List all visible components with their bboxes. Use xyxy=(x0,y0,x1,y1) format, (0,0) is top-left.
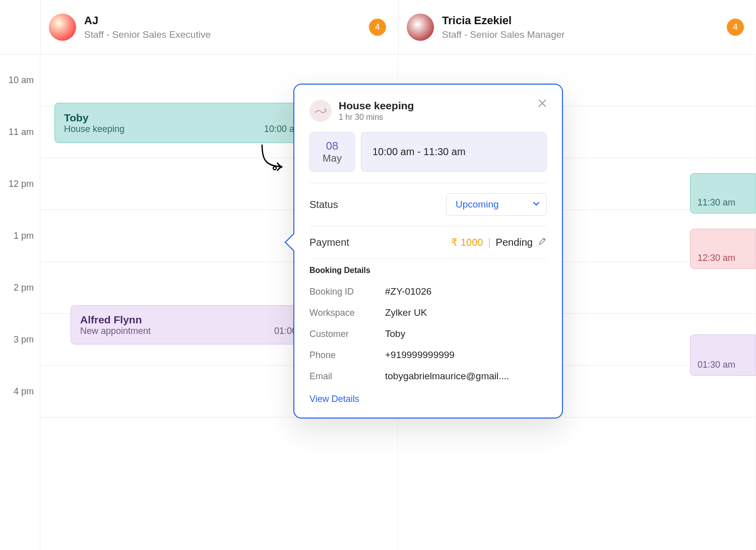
staff-role: Staff - Senior Sales Manager xyxy=(442,29,727,40)
staff-name: AJ xyxy=(84,14,369,27)
date-day: 08 xyxy=(326,140,338,153)
event-subtitle: House keeping xyxy=(64,124,124,134)
payment-info: ₹ 1000 | Pending xyxy=(451,236,547,248)
detail-value: #ZY-01026 xyxy=(385,286,431,297)
event-subtitle: New appointment xyxy=(80,326,151,336)
hour-label: 11 am xyxy=(0,106,40,158)
popover-title-block: House keeping 1 hr 30 mins xyxy=(339,100,414,122)
edit-icon[interactable] xyxy=(538,237,547,248)
staff-headers: AJ Staff - Senior Sales Executive 4 Tric… xyxy=(0,0,756,54)
status-value: Upcoming xyxy=(456,199,499,210)
staff-role: Staff - Senior Sales Executive xyxy=(84,29,369,40)
gutter-header xyxy=(0,0,40,54)
detail-key: Booking ID xyxy=(309,287,385,297)
event-partial-pink[interactable]: 12:30 am xyxy=(690,229,755,269)
date-time-row: 08 May 10:00 am - 11:30 am xyxy=(309,132,547,172)
popover-header: House keeping 1 hr 30 mins xyxy=(309,100,547,122)
time-gutter: 10 am 11 am 12 pm 1 pm 2 pm 3 pm 4 pm xyxy=(0,54,40,550)
staff-header-tricia[interactable]: Tricia Ezekiel Staff - Senior Sales Mana… xyxy=(398,0,756,54)
popover-duration: 1 hr 30 mins xyxy=(339,113,414,122)
detail-value: +919999999999 xyxy=(385,350,455,361)
popover-title: House keeping xyxy=(339,100,414,112)
staff-header-aj[interactable]: AJ Staff - Senior Sales Executive 4 xyxy=(40,0,398,54)
detail-value: Toby xyxy=(385,328,405,339)
hour-label: 12 pm xyxy=(0,158,40,210)
avatar xyxy=(49,14,76,41)
status-select[interactable]: Upcoming xyxy=(446,193,547,216)
detail-row-booking-id: Booking ID #ZY-01026 xyxy=(309,281,547,302)
event-time: 01:30 am xyxy=(698,360,751,370)
chevron-down-icon xyxy=(532,199,540,210)
hour-label: 3 pm xyxy=(0,314,40,366)
time-range: 10:00 am - 11:30 am xyxy=(372,146,466,158)
payment-row: Payment ₹ 1000 | Pending xyxy=(309,226,547,258)
detail-value: Zylker UK xyxy=(385,307,427,318)
staff-info: AJ Staff - Senior Sales Executive xyxy=(84,14,369,40)
housekeeping-icon xyxy=(309,100,332,122)
count-badge[interactable]: 4 xyxy=(727,19,744,36)
booking-details-heading: Booking Details xyxy=(309,258,547,275)
payment-status: Pending xyxy=(496,237,533,248)
date-month: May xyxy=(323,153,342,164)
detail-row-phone: Phone +919999999999 xyxy=(309,345,547,366)
avatar xyxy=(407,14,434,41)
count-badge[interactable]: 4 xyxy=(369,19,386,36)
hour-label: 4 pm xyxy=(0,366,40,418)
event-partial-purple[interactable]: 01:30 am xyxy=(690,334,755,376)
status-label: Status xyxy=(309,199,338,211)
detail-row-customer: Customer Toby xyxy=(309,323,547,345)
event-partial-teal[interactable]: 11:30 am xyxy=(690,173,755,214)
detail-key: Email xyxy=(309,371,385,382)
view-details-link[interactable]: View Details xyxy=(309,394,359,404)
detail-key: Phone xyxy=(309,350,385,361)
payment-amount: ₹ 1000 xyxy=(451,236,483,248)
event-time: 11:30 am xyxy=(698,197,751,208)
date-box[interactable]: 08 May xyxy=(309,132,355,172)
hour-label: 1 pm xyxy=(0,210,40,262)
staff-info: Tricia Ezekiel Staff - Senior Sales Mana… xyxy=(442,14,727,40)
status-row: Status Upcoming xyxy=(309,183,547,226)
detail-value: tobygabrielmaurice@gmail.... xyxy=(385,371,509,382)
event-time: 12:30 am xyxy=(698,253,751,263)
appointment-popover: House keeping 1 hr 30 mins 08 May 10:00 … xyxy=(293,84,563,419)
staff-name: Tricia Ezekiel xyxy=(442,14,727,27)
close-icon[interactable] xyxy=(535,96,550,111)
divider: | xyxy=(488,237,490,248)
detail-row-workspace: Workspace Zylker UK xyxy=(309,302,547,323)
detail-key: Workspace xyxy=(309,308,385,318)
detail-row-email: Email tobygabrielmaurice@gmail.... xyxy=(309,366,547,387)
hour-label: 2 pm xyxy=(0,262,40,314)
time-box[interactable]: 10:00 am - 11:30 am xyxy=(361,132,547,172)
payment-label: Payment xyxy=(309,237,349,248)
detail-key: Customer xyxy=(309,329,385,339)
hour-label: 10 am xyxy=(0,54,40,106)
